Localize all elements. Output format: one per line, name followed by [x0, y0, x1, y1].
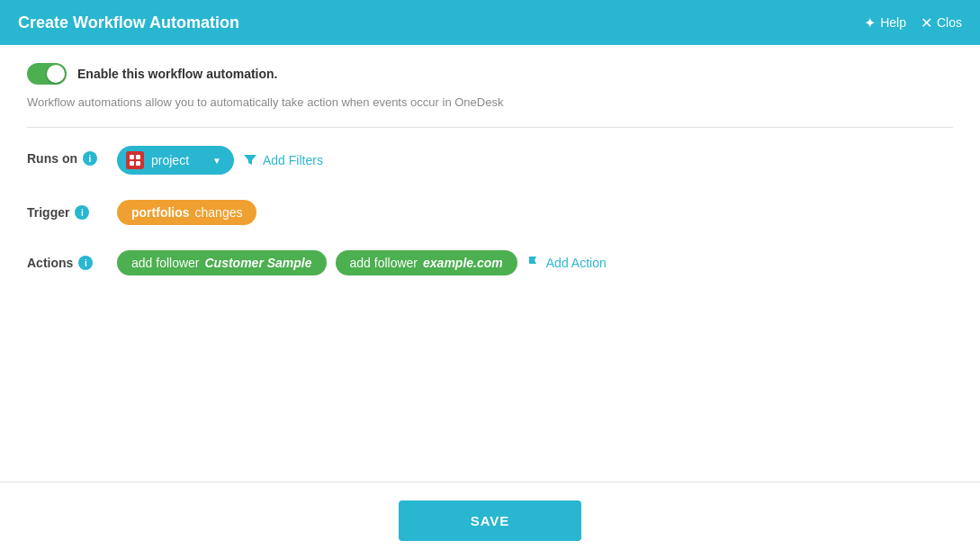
trigger-pill[interactable]: portfolios changes: [117, 200, 256, 225]
actions-content: add follower Customer Sample add followe…: [117, 250, 953, 275]
runs-on-info-icon[interactable]: i: [83, 151, 97, 166]
project-dropdown-value: project: [151, 153, 189, 167]
add-action-label: Add Action: [546, 256, 607, 270]
svg-rect-0: [130, 155, 134, 159]
header-actions: ✦ Help ✕ Clos: [864, 14, 962, 32]
help-button[interactable]: ✦ Help: [864, 14, 906, 32]
actions-info-icon[interactable]: i: [78, 256, 93, 270]
modal-header: Create Workflow Automation ✦ Help ✕ Clos: [0, 0, 980, 45]
actions-row: Actions i add follower Customer Sample a…: [27, 250, 953, 275]
toggle-row: Enable this workflow automation.: [27, 63, 953, 85]
project-dropdown[interactable]: project ▼: [117, 146, 234, 175]
add-filters-button[interactable]: Add Filters: [243, 152, 323, 169]
runs-on-label: Runs on i: [27, 146, 117, 166]
svg-rect-2: [130, 161, 134, 166]
save-button[interactable]: save: [399, 500, 582, 541]
action2-prefix: add follower: [350, 256, 418, 270]
action2-pill[interactable]: add follower example.com: [336, 250, 517, 275]
action2-value: example.com: [423, 256, 503, 270]
dropdown-arrow-icon: ▼: [212, 156, 221, 166]
trigger-label: Trigger i: [27, 200, 117, 220]
runs-on-row: Runs on i project ▼: [27, 146, 953, 175]
trigger-content: portfolios changes: [117, 200, 953, 225]
project-icon: [126, 151, 144, 169]
filter-icon: [243, 152, 257, 169]
modal-container: Create Workflow Automation ✦ Help ✕ Clos…: [0, 0, 980, 559]
close-icon: ✕: [921, 14, 932, 32]
svg-rect-3: [136, 161, 140, 166]
enable-toggle[interactable]: [27, 63, 67, 85]
toggle-knob: [47, 65, 65, 83]
subtitle: Workflow automations allow you to automa…: [27, 95, 953, 109]
action1-value: Customer Sample: [205, 256, 312, 270]
trigger-pill-part2: changes: [195, 205, 243, 220]
flag-icon: [526, 255, 541, 272]
add-action-button[interactable]: Add Action: [526, 255, 607, 272]
trigger-row: Trigger i portfolios changes: [27, 200, 953, 225]
action1-pill[interactable]: add follower Customer Sample: [117, 250, 327, 275]
action1-prefix: add follower: [131, 256, 200, 270]
help-icon: ✦: [864, 14, 876, 32]
toggle-label: Enable this workflow automation.: [77, 67, 277, 81]
modal-title: Create Workflow Automation: [18, 14, 239, 32]
svg-rect-1: [136, 155, 140, 159]
trigger-info-icon[interactable]: i: [75, 205, 89, 220]
add-filters-label: Add Filters: [263, 153, 323, 167]
runs-on-content: project ▼ Add Filters: [117, 146, 953, 175]
modal-body: Enable this workflow automation. Workflo…: [0, 45, 980, 482]
close-button[interactable]: ✕ Clos: [921, 14, 962, 32]
modal-footer: save: [0, 482, 980, 559]
divider: [27, 127, 953, 128]
actions-label: Actions i: [27, 250, 117, 270]
trigger-pill-part1: portfolios: [131, 205, 190, 220]
